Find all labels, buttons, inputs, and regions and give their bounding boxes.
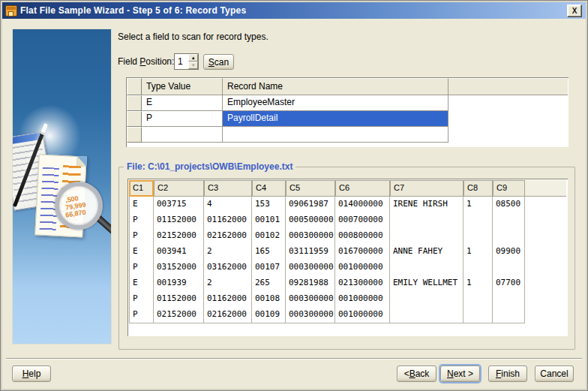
table-cell[interactable]: 000300000 xyxy=(286,260,335,275)
table-cell[interactable]: 000300000 xyxy=(286,228,335,244)
table-cell[interactable]: 02162000 xyxy=(204,307,252,323)
table-cell[interactable]: 003941 xyxy=(154,244,204,260)
column-header-c2[interactable]: C2 xyxy=(154,180,204,197)
table-cell[interactable] xyxy=(390,260,464,275)
table-cell[interactable]: 2 xyxy=(204,244,252,260)
table-cell[interactable]: 000300000 xyxy=(286,291,335,307)
table-cell[interactable]: 02162000 xyxy=(204,228,252,244)
table-cell[interactable] xyxy=(390,228,464,244)
table-cell[interactable] xyxy=(493,307,525,323)
table-cell[interactable]: 00101 xyxy=(252,212,286,228)
table-cell[interactable]: 00108 xyxy=(252,291,286,307)
table-cell[interactable]: 265 xyxy=(252,275,286,291)
column-header-c5[interactable]: C5 xyxy=(286,180,335,197)
table-cell[interactable]: P xyxy=(129,260,154,275)
table-cell[interactable]: 03111959 xyxy=(286,244,335,260)
table-cell[interactable]: 1 xyxy=(464,275,493,291)
table-cell[interactable]: 02152000 xyxy=(154,228,204,244)
table-cell[interactable]: 01152000 xyxy=(154,291,204,307)
column-header-record-name[interactable]: Record Name xyxy=(223,78,448,95)
table-cell[interactable]: 021300000 xyxy=(335,275,390,291)
row-header[interactable] xyxy=(127,127,142,143)
table-cell[interactable] xyxy=(464,228,493,244)
field-position-value[interactable]: 1 xyxy=(175,54,188,69)
field-position-spinner[interactable]: 1 ▲ ▼ xyxy=(174,53,199,70)
table-cell[interactable]: 4 xyxy=(204,197,252,212)
type-value-cell[interactable]: P xyxy=(142,111,223,127)
close-button[interactable]: X xyxy=(567,5,582,17)
table-cell[interactable]: ANNE FAHEY xyxy=(390,244,464,260)
table-cell[interactable]: 03152000 xyxy=(154,260,204,275)
table-cell[interactable] xyxy=(493,212,525,228)
table-cell[interactable]: E xyxy=(129,244,154,260)
table-cell[interactable] xyxy=(493,291,525,307)
table-cell[interactable] xyxy=(390,291,464,307)
scan-button[interactable]: Scan xyxy=(203,54,234,70)
column-header-c1[interactable]: C1 xyxy=(129,180,154,197)
table-cell[interactable]: 07700 xyxy=(493,275,525,291)
table-cell[interactable] xyxy=(464,212,493,228)
table-cell[interactable]: 02152000 xyxy=(154,307,204,323)
table-cell[interactable]: 000800000 xyxy=(335,228,390,244)
table-cell[interactable]: 1 xyxy=(464,197,493,212)
table-cell[interactable]: 09281988 xyxy=(286,275,335,291)
spinner-down-button[interactable]: ▼ xyxy=(188,62,198,69)
table-cell[interactable]: 000300000 xyxy=(286,307,335,323)
column-header-c9[interactable]: C9 xyxy=(493,180,525,197)
table-cell[interactable]: E xyxy=(129,197,154,212)
table-cell[interactable]: 153 xyxy=(252,197,286,212)
table-cell[interactable]: 09900 xyxy=(493,244,525,260)
column-header-c7[interactable]: C7 xyxy=(390,180,464,197)
row-header[interactable] xyxy=(127,111,142,127)
record-name-cell[interactable]: PayrollDetail xyxy=(223,111,448,127)
table-cell[interactable]: 001939 xyxy=(154,275,204,291)
table-cell[interactable]: P xyxy=(129,212,154,228)
table-cell[interactable]: 09061987 xyxy=(286,197,335,212)
table-cell[interactable]: 1 xyxy=(464,244,493,260)
table-cell[interactable]: 016700000 xyxy=(335,244,390,260)
table-cell[interactable]: 014000000 xyxy=(335,197,390,212)
type-value-cell[interactable] xyxy=(142,127,223,143)
table-cell[interactable]: E xyxy=(129,275,154,291)
table-cell[interactable]: IRENE HIRSH xyxy=(390,197,464,212)
table-cell[interactable]: 000700000 xyxy=(335,212,390,228)
table-cell[interactable]: 165 xyxy=(252,244,286,260)
help-button[interactable]: Help xyxy=(12,365,51,382)
table-cell[interactable]: 001000000 xyxy=(335,260,390,275)
table-cell[interactable]: 001000000 xyxy=(335,291,390,307)
table-cell[interactable]: 03162000 xyxy=(204,260,252,275)
record-name-cell[interactable]: EmployeeMaster xyxy=(223,95,448,111)
record-name-cell[interactable] xyxy=(223,127,448,143)
table-cell[interactable] xyxy=(390,212,464,228)
column-header-type-value[interactable]: Type Value xyxy=(142,78,223,95)
table-cell[interactable]: 00107 xyxy=(252,260,286,275)
table-cell[interactable]: 00102 xyxy=(252,228,286,244)
type-value-cell[interactable]: E xyxy=(142,95,223,111)
table-cell[interactable] xyxy=(464,291,493,307)
table-cell[interactable] xyxy=(493,260,525,275)
title-bar[interactable]: Flat File Sample Wizard - Step 5 of 6: R… xyxy=(2,2,586,19)
column-header-c6[interactable]: C6 xyxy=(335,180,390,197)
table-cell[interactable]: 001000000 xyxy=(335,307,390,323)
table-cell[interactable]: 08500 xyxy=(493,197,525,212)
table-cell[interactable] xyxy=(464,307,493,323)
table-cell[interactable] xyxy=(493,228,525,244)
finish-button[interactable]: Finish xyxy=(488,365,527,382)
next-button[interactable]: Next > xyxy=(440,365,480,382)
table-cell[interactable]: 01152000 xyxy=(154,212,204,228)
table-cell[interactable]: P xyxy=(129,228,154,244)
table-cell[interactable]: P xyxy=(129,291,154,307)
column-header-c8[interactable]: C8 xyxy=(464,180,493,197)
cancel-button[interactable]: Cancel xyxy=(535,365,574,382)
table-cell[interactable]: P xyxy=(129,307,154,323)
table-cell[interactable]: 00109 xyxy=(252,307,286,323)
table-cell[interactable]: 01162000 xyxy=(204,291,252,307)
table-cell[interactable] xyxy=(390,307,464,323)
row-header[interactable] xyxy=(127,95,142,111)
table-cell[interactable]: 01162000 xyxy=(204,212,252,228)
table-cell[interactable]: EMILY WELLMET xyxy=(390,275,464,291)
back-button[interactable]: < Back xyxy=(397,365,436,382)
table-cell[interactable]: 003715 xyxy=(154,197,204,212)
spinner-up-button[interactable]: ▲ xyxy=(188,54,198,62)
column-header-c3[interactable]: C3 xyxy=(204,180,252,197)
